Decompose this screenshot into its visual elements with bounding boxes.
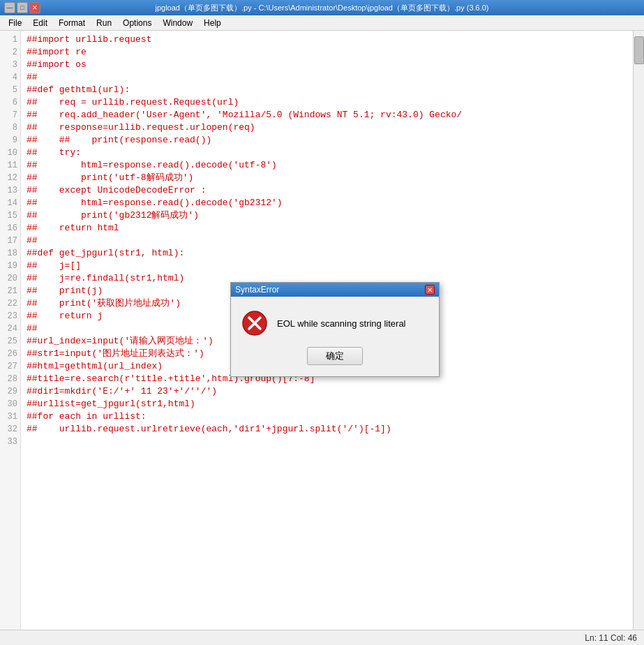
editor-area: 1234567891011121314151617181920212223242… (0, 31, 644, 630)
code-line: ## urllib.request.urlretrieve(each,'dir1… (27, 423, 627, 436)
window-title: jpgload（单页多图下载）.py - C:\Users\Administra… (46, 3, 598, 13)
code-line: ## html=response.read().decode('gb2312') (27, 197, 627, 209)
dialog-close-button[interactable]: ✕ (425, 285, 435, 295)
menu-bar: File Edit Format Run Options Window Help (0, 15, 644, 31)
dialog-title: SyntaxError (235, 285, 279, 295)
code-line: ##import re (27, 46, 627, 59)
code-line: ## j=[] (27, 260, 627, 272)
dialog-body: EOL while scanning string literal 确定 (231, 297, 439, 376)
code-line: ##for each in urllist: (27, 410, 627, 423)
code-line: ## (27, 235, 627, 247)
code-line: ##import urllib.request (27, 34, 627, 46)
code-line: ##dir1=mkdir('E:/'+' 11 23'+'/''/') (27, 385, 627, 398)
dialog-ok-button[interactable]: 确定 (307, 347, 363, 365)
code-line: ##def get_jpgurl(str1, html): (27, 247, 627, 260)
menu-run[interactable]: Run (91, 17, 117, 29)
code-line: ## req = urllib.request.Request(url) (27, 96, 627, 109)
menu-format[interactable]: Format (53, 17, 91, 29)
code-line: ## except UnicodeDecodeError : (27, 184, 627, 197)
code-line: ##urllist=get_jpgurl(str1,html) (27, 398, 627, 410)
menu-file[interactable]: File (3, 17, 27, 29)
dialog-title-bar: SyntaxError ✕ (231, 283, 439, 297)
code-line: ## print('gb2312解码成功') (27, 209, 627, 222)
code-line: ## ## print(response.read()) (27, 134, 627, 147)
code-line: ##import os (27, 59, 627, 71)
code-line: ##def gethtml(url): (27, 84, 627, 96)
maximize-button[interactable]: □ (17, 2, 28, 13)
menu-edit[interactable]: Edit (27, 17, 53, 29)
scrollbar-thumb[interactable] (634, 36, 644, 64)
code-line: ## response=urllib.request.urlopen(req) (27, 121, 627, 134)
syntax-error-dialog[interactable]: SyntaxError ✕ EOL while scanning string … (230, 282, 440, 377)
dialog-message: EOL while scanning string literal (277, 318, 406, 329)
code-line: ## (27, 71, 627, 84)
error-icon (242, 311, 267, 336)
code-line: ## req.add_header('User-Agent', 'Mozilla… (27, 109, 627, 121)
status-text: Ln: 11 Col: 46 (585, 633, 637, 643)
code-line: ## print('utf-8解码成功') (27, 172, 627, 184)
vertical-scrollbar[interactable] (633, 31, 644, 630)
line-numbers: 1234567891011121314151617181920212223242… (0, 31, 21, 630)
minimize-button[interactable]: — (4, 2, 15, 13)
code-line: ## html=response.read().decode('utf-8') (27, 159, 627, 172)
status-bar: Ln: 11 Col: 46 (0, 630, 644, 645)
dialog-message-row: EOL while scanning string literal (242, 311, 428, 336)
menu-options[interactable]: Options (117, 17, 157, 29)
code-line: ## return html (27, 222, 627, 235)
menu-window[interactable]: Window (157, 17, 198, 29)
title-bar: — □ ✕ jpgload（单页多图下载）.py - C:\Users\Admi… (0, 0, 644, 15)
close-button[interactable]: ✕ (29, 2, 40, 13)
menu-help[interactable]: Help (198, 17, 227, 29)
code-line: ## try: (27, 147, 627, 159)
